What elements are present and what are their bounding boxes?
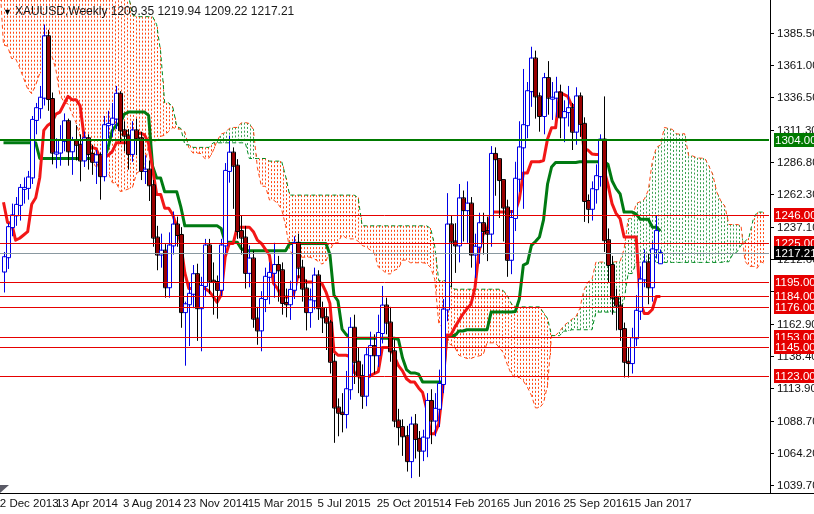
symbol-period-label: XAUUSD,Weekly — [15, 4, 107, 18]
y-axis-tick-label: 1237.10 — [777, 221, 814, 233]
y-axis-tick-label: 1113.90 — [777, 382, 814, 394]
y-axis-tick-label: 1336.50 — [777, 91, 814, 103]
x-axis-date-label: 22 Dec 2013 — [0, 497, 59, 509]
price-level-badge: 1195.00 — [774, 275, 814, 289]
x-axis-date-label: 25 Sep 2016 — [563, 497, 628, 509]
price-level-badge: 1123.00 — [774, 369, 814, 383]
chart-title[interactable]: ▼XAUUSD,Weekly 1209.35 1219.94 1209.22 1… — [3, 4, 294, 18]
price-level-badge: 1246.00 — [774, 208, 814, 222]
x-axis-date-label: 5 Jul 2015 — [317, 497, 370, 509]
y-axis-tick-label: 1385.50 — [777, 27, 814, 39]
symbol-dropdown-icon[interactable]: ▼ — [3, 7, 12, 17]
y-axis-tick-label: 1088.70 — [777, 415, 814, 427]
y-axis-tick-label: 1361.00 — [777, 59, 814, 71]
x-axis-date-label: 5 Jun 2016 — [504, 497, 561, 509]
x-axis-date-label: 13 Apr 2014 — [56, 497, 118, 509]
trading-chart-window: ▼XAUUSD,Weekly 1209.35 1219.94 1209.22 1… — [0, 0, 814, 514]
x-axis-date-label: 15 Mar 2015 — [248, 497, 313, 509]
price-chart-canvas[interactable] — [0, 0, 814, 514]
y-axis-tick-label: 1039.70 — [777, 479, 814, 491]
y-axis-tick-label: 1286.80 — [777, 156, 814, 168]
x-axis-date-label: 15 Jan 2017 — [628, 497, 691, 509]
ohlc-values: 1209.35 1219.94 1209.22 1217.21 — [111, 4, 295, 18]
x-axis-date-label: 25 Oct 2015 — [377, 497, 440, 509]
y-axis-tick-label: 1064.20 — [777, 447, 814, 459]
chart-shift-icon[interactable] — [0, 485, 9, 493]
price-level-badge: 1145.00 — [774, 340, 814, 354]
y-axis-tick-label: 1262.30 — [777, 188, 814, 200]
x-axis-date-label: 14 Feb 2016 — [439, 497, 504, 509]
price-level-badge: 1304.00 — [774, 133, 814, 147]
y-axis-tick-label: 1162.90 — [777, 318, 814, 330]
x-axis-date-label: 23 Nov 2014 — [183, 497, 248, 509]
price-level-badge: 1217.21 — [774, 246, 814, 260]
price-level-badge: 1176.00 — [774, 300, 814, 314]
x-axis-date-label: 3 Aug 2014 — [123, 497, 181, 509]
